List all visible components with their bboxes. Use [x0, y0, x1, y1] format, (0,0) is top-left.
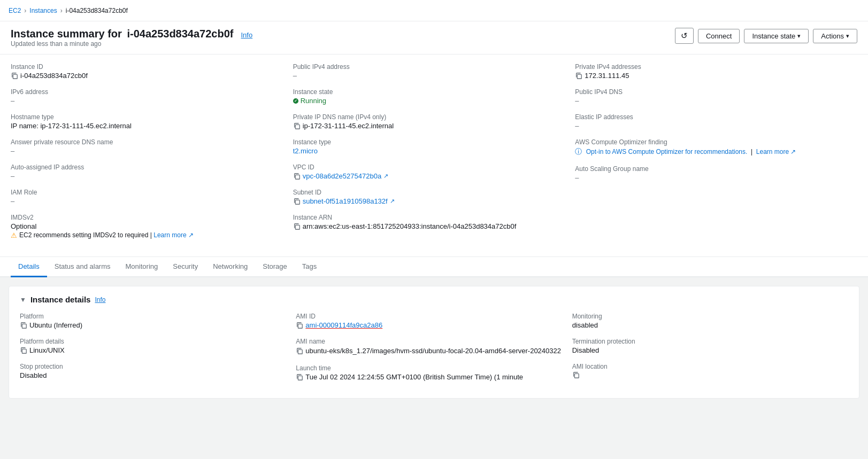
field-label-vpc-id: VPC ID — [293, 164, 565, 171]
field-label-stop-protection: Stop protection — [20, 363, 285, 370]
svg-rect-11 — [574, 374, 579, 378]
section-header: ▼ Instance details Info — [20, 295, 848, 304]
details-col-3: Monitoring disabled Termination protecti… — [572, 313, 848, 390]
field-value-private-ipv4: 172.31.111.45 — [575, 72, 847, 80]
instance-arn-value: arn:aws:ec2:us-east-1:851725204933:insta… — [303, 222, 517, 230]
svg-rect-6 — [22, 324, 26, 328]
imdsv2-warning: ⚠ EC2 recommends setting IMDSv2 to requi… — [11, 231, 282, 239]
field-instance-state: Instance state Running — [293, 88, 565, 105]
summary-col-3: Private IPv4 addresses 172.31.111.45 Pub… — [575, 63, 857, 248]
tab-monitoring[interactable]: Monitoring — [118, 257, 166, 277]
field-label-elastic-ip: Elastic IP addresses — [575, 113, 847, 121]
header-info-link[interactable]: Info — [241, 31, 252, 39]
tab-tags[interactable]: Tags — [295, 257, 324, 277]
field-stop-protection: Stop protection Disabled — [20, 363, 285, 379]
field-label-answer-dns: Answer private resource DNS name — [11, 138, 282, 146]
vpc-id-link[interactable]: vpc-08a6d2e5275472b0a — [303, 172, 381, 180]
details-col-2: AMI ID ami-00009114fa9ca2a86 AMI name ub… — [296, 313, 572, 390]
field-value-monitoring: disabled — [572, 321, 848, 329]
copy-ami-id-icon[interactable] — [296, 322, 303, 329]
field-label-launch-time: Launch time — [296, 364, 561, 372]
field-label-ipv6: IPv6 address — [11, 88, 282, 96]
field-auto-ip: Auto-assigned IP address – — [11, 164, 282, 180]
tab-storage[interactable]: Storage — [255, 257, 295, 277]
imdsv2-learn-more-link[interactable]: Learn more ↗ — [153, 231, 194, 239]
field-value-ami-id: ami-00009114fa9ca2a86 — [296, 321, 561, 329]
field-subnet-id: Subnet ID subnet-0f51a1910598a132f ↗ — [293, 189, 565, 205]
breadcrumb-sep1: › — [24, 7, 26, 14]
field-value-vpc-id: vpc-08a6d2e5275472b0a ↗ — [293, 172, 565, 180]
page-title: Instance summary for i-04a253d834a72cb0f — [11, 28, 233, 40]
field-value-instance-id: i-04a253d834a72cb0f — [11, 72, 282, 80]
platform-value: Ubuntu (Inferred) — [29, 321, 82, 329]
running-status-text: Running — [301, 97, 326, 105]
section-toggle[interactable]: ▼ — [20, 296, 26, 304]
field-value-compute-optimizer: ⓘ Opt-in to AWS Compute Optimizer for re… — [575, 147, 847, 157]
tab-details[interactable]: Details — [11, 257, 47, 277]
field-label-subnet-id: Subnet ID — [293, 189, 565, 196]
copy-ami-location-icon[interactable] — [572, 371, 580, 379]
field-label-platform-details: Platform details — [20, 338, 285, 345]
field-label-instance-id: Instance ID — [11, 63, 282, 71]
svg-rect-1 — [295, 125, 299, 129]
copy-platform-details-icon[interactable] — [20, 347, 27, 354]
field-value-public-ipv4-dns: – — [575, 97, 847, 105]
subnet-id-link[interactable]: subnet-0f51a1910598a132f — [303, 197, 388, 205]
svg-rect-4 — [295, 225, 299, 229]
tab-networking[interactable]: Networking — [205, 257, 255, 277]
copy-ami-name-icon[interactable] — [296, 347, 303, 355]
updated-text: Updated less than a minute ago — [11, 40, 252, 48]
field-label-autoscaling-group: Auto Scaling Group name — [575, 165, 847, 173]
instance-state-button[interactable]: Instance state — [744, 29, 809, 43]
field-label-ami-id: AMI ID — [296, 313, 561, 320]
copy-platform-icon[interactable] — [20, 322, 27, 329]
copy-private-ipv4-icon[interactable] — [575, 72, 582, 80]
field-value-ami-name: ubuntu-eks/k8s_1.27/images/hvm-ssd/ubunt… — [296, 346, 561, 356]
svg-rect-8 — [298, 324, 303, 328]
field-monitoring: Monitoring disabled — [572, 313, 848, 329]
instance-id-value: i-04a253d834a72cb0f — [20, 72, 88, 80]
refresh-button[interactable]: ↺ — [675, 28, 694, 44]
field-value-subnet-id: subnet-0f51a1910598a132f ↗ — [293, 197, 565, 205]
breadcrumb-ec2[interactable]: EC2 — [9, 7, 21, 14]
field-private-dns: Private IP DNS name (IPv4 only) ip-172-3… — [293, 113, 565, 130]
field-value-launch-time: Tue Jul 02 2024 12:24:55 GMT+0100 (Briti… — [296, 373, 561, 381]
copy-launch-time-icon[interactable] — [296, 374, 303, 381]
field-public-ipv4: Public IPv4 address – — [293, 63, 565, 80]
field-ami-name: AMI name ubuntu-eks/k8s_1.27/images/hvm-… — [296, 338, 561, 356]
field-value-elastic-ip: – — [575, 122, 847, 130]
svg-rect-9 — [298, 349, 303, 354]
copy-instance-id-icon[interactable] — [11, 72, 18, 80]
section-info-link[interactable]: Info — [95, 296, 105, 304]
tab-security[interactable]: Security — [165, 257, 205, 277]
field-value-autoscaling-group: – — [575, 174, 847, 182]
title-prefix: Instance summary for — [11, 28, 122, 40]
breadcrumb-sep2: › — [60, 7, 63, 14]
optimizer-learn-more-link[interactable]: Learn more ↗ — [756, 148, 796, 155]
field-instance-arn: Instance ARN arn:aws:ec2:us-east-1:85172… — [293, 214, 565, 230]
field-label-instance-state: Instance state — [293, 88, 565, 96]
field-ipv6: IPv6 address – — [11, 88, 282, 105]
field-value-imdsv2: Optional — [11, 222, 282, 230]
optimizer-link[interactable]: Opt-in to AWS Compute Optimizer for reco… — [586, 148, 748, 155]
summary-section: Instance ID i-04a253d834a72cb0f IPv6 add… — [0, 55, 868, 257]
optimizer-info-icon: ⓘ — [575, 147, 582, 155]
tab-status-alarms[interactable]: Status and alarms — [47, 257, 118, 277]
tabs-container: Details Status and alarms Monitoring Sec… — [0, 257, 868, 277]
connect-button[interactable]: Connect — [698, 29, 740, 43]
actions-button[interactable]: Actions — [813, 29, 857, 43]
field-imdsv2: IMDSv2 Optional ⚠ EC2 recommends setting… — [11, 214, 282, 239]
breadcrumb-instances[interactable]: Instances — [29, 7, 57, 14]
instance-state-label: Instance state — [752, 32, 795, 40]
instance-type-link[interactable]: t2.micro — [293, 147, 318, 155]
copy-private-dns-icon[interactable] — [293, 122, 301, 130]
vpc-external-icon: ↗ — [383, 173, 388, 180]
copy-subnet-icon[interactable] — [293, 198, 301, 205]
copy-vpc-icon[interactable] — [293, 173, 301, 180]
field-label-termination-protection: Termination protection — [572, 338, 848, 345]
copy-arn-icon[interactable] — [293, 223, 301, 230]
field-label-ami-name: AMI name — [296, 338, 561, 345]
section-title: Instance details — [30, 295, 91, 304]
ami-id-link[interactable]: ami-00009114fa9ca2a86 — [305, 321, 382, 329]
field-label-imdsv2: IMDSv2 — [11, 214, 282, 221]
